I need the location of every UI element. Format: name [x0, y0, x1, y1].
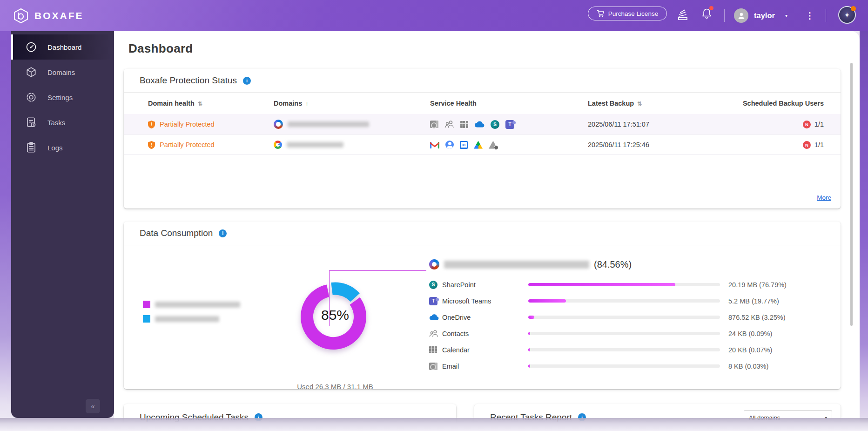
health-status-label: Partially Protected	[160, 121, 215, 128]
info-icon[interactable]: i	[219, 229, 227, 237]
domain-breakdown-panel: (84.56%) S SharePoint 20.19 MB (76.79%) …	[429, 258, 829, 374]
sort-asc-icon[interactable]: ↑	[305, 100, 309, 107]
topbar-divider	[724, 9, 725, 22]
service-health-cell: S T	[430, 120, 588, 129]
usage-bar	[528, 316, 720, 319]
table-row[interactable]: ! Partially Protected	[124, 135, 841, 155]
col-domain-health[interactable]: Domain health⇅	[148, 100, 274, 107]
latest-backup-cell: 2025/06/11 17:25:46	[588, 141, 726, 148]
consumption-card-title: Data Consumption	[140, 228, 213, 238]
teams-icon: T	[505, 120, 514, 129]
col-service-health: Service Health	[430, 100, 588, 107]
app-frame: BOXAFE Purchase License	[0, 0, 868, 431]
health-status-label: Partially Protected	[160, 141, 215, 148]
qnap-account-badge[interactable]: ✦	[838, 6, 856, 24]
service-label: SharePoint	[442, 281, 528, 289]
redacted-domain-heading	[444, 261, 589, 269]
brand: BOXAFE	[13, 0, 84, 31]
service-usage-row: Email 8 KB (0.03%)	[429, 358, 829, 374]
person-icon	[737, 12, 746, 20]
protection-status-card: Boxafe Protection Status i Domain health…	[124, 69, 841, 209]
microsoft365-icon	[429, 259, 439, 269]
microsoft365-icon	[274, 120, 283, 129]
sort-icon[interactable]: ⇅	[637, 101, 642, 107]
health-cell: ! Partially Protected	[148, 141, 274, 149]
sidebar-item-logs[interactable]: Logs	[11, 135, 114, 160]
sidebar-item-settings[interactable]: Settings	[11, 85, 114, 110]
calendar-gray-icon	[460, 121, 468, 128]
page-title: Dashboard	[128, 41, 193, 56]
sidebar-item-label: Domains	[47, 68, 75, 76]
scheduled-users-count: 1/1	[814, 121, 824, 128]
redacted-domain-text	[287, 142, 343, 148]
col-latest-backup[interactable]: Latest Backup⇅	[588, 100, 726, 107]
overflow-menu-button[interactable]: ⋮	[804, 0, 815, 31]
task-queue-button[interactable]	[676, 7, 690, 22]
user-menu-caret-icon[interactable]: ▾	[785, 0, 787, 31]
notifications-button[interactable]	[700, 7, 713, 22]
consumption-donut-chart[interactable]	[289, 269, 382, 362]
topbar-divider-2	[826, 9, 826, 22]
boxafe-logo-icon	[13, 8, 29, 24]
usage-bar	[528, 332, 720, 335]
scheduled-users-count: 1/1	[814, 141, 824, 148]
user-status-badge: N	[803, 121, 811, 128]
sidebar-collapse-button[interactable]: «	[86, 399, 100, 413]
purchase-license-label: Purchase License	[608, 10, 658, 17]
service-usage-list: S SharePoint 20.19 MB (76.79%) T Microso…	[429, 276, 829, 374]
service-value: 8 KB (0.03%)	[728, 363, 829, 370]
service-label: Microsoft Teams	[442, 297, 528, 305]
service-value: 20.19 MB (76.79%)	[728, 281, 829, 289]
qnap-emblem-icon: ✦	[844, 11, 850, 20]
tasks-doc-clock-icon	[25, 116, 37, 128]
col-domains[interactable]: Domains↑	[274, 100, 430, 107]
username-label[interactable]: taylor	[754, 0, 775, 31]
sort-icon[interactable]: ⇅	[198, 101, 202, 107]
redacted-domain-text	[288, 121, 369, 127]
more-link[interactable]: More	[817, 194, 831, 201]
onedrive-icon	[429, 314, 439, 321]
usage-bar	[528, 364, 720, 368]
service-value: 20 KB (0.07%)	[728, 346, 829, 354]
info-icon[interactable]: i	[243, 77, 251, 85]
usage-bar	[528, 283, 720, 286]
dashboard-gauge-icon	[25, 41, 37, 53]
data-consumption-card: Data Consumption i 85% Used 26.3 MB / 31…	[124, 222, 841, 389]
table-row[interactable]: ! Partially Protected	[124, 114, 841, 135]
sidebar-item-label: Logs	[47, 144, 63, 152]
usage-bar	[528, 348, 720, 351]
main-content: Dashboard Boxafe Protection Status i Dom…	[114, 31, 860, 431]
domains-cube-icon	[25, 66, 37, 78]
user-avatar[interactable]	[734, 8, 748, 23]
onedrive-icon	[474, 121, 484, 128]
purchase-license-button[interactable]: Purchase License	[588, 7, 667, 20]
legend-swatch-domain1	[143, 301, 150, 308]
google-shared-drive-gray-icon	[489, 141, 498, 149]
sidebar-item-domains[interactable]: Domains	[11, 60, 114, 85]
sidebar-item-dashboard[interactable]: Dashboard	[11, 34, 114, 60]
google-drive-icon	[474, 141, 483, 149]
teams-icon: T	[429, 297, 437, 305]
sidebar-item-tasks[interactable]: Tasks	[11, 110, 114, 135]
window-edge-left	[0, 0, 11, 431]
sharepoint-icon: S	[491, 120, 499, 129]
redacted-legend-text	[155, 316, 219, 322]
task-queue-icon	[677, 8, 689, 21]
used-total-label: Used 26.3 MB / 31.1 MB	[277, 383, 393, 391]
service-value: 5.2 MB (19.77%)	[728, 297, 829, 305]
service-health-cell	[430, 141, 588, 149]
service-usage-row: S SharePoint 20.19 MB (76.79%)	[429, 276, 829, 293]
service-usage-row: Contacts 24 KB (0.09%)	[429, 325, 829, 342]
usage-bar	[528, 299, 720, 303]
contacts-gray-icon	[444, 120, 454, 128]
service-usage-row: Calendar 20 KB (0.07%)	[429, 342, 829, 358]
logs-clipboard-icon	[25, 141, 37, 154]
service-value: 876.52 KB (3.25%)	[728, 314, 829, 321]
col-scheduled-users: Scheduled Backup Users	[726, 100, 824, 107]
cart-icon	[597, 10, 605, 17]
gmail-icon	[430, 141, 439, 148]
protection-card-title: Boxafe Protection Status	[140, 75, 237, 86]
google-contacts-icon	[445, 141, 454, 149]
vertical-scrollbar[interactable]	[850, 63, 853, 326]
protection-table-header: Domain health⇅ Domains↑ Service Health L…	[124, 93, 841, 114]
